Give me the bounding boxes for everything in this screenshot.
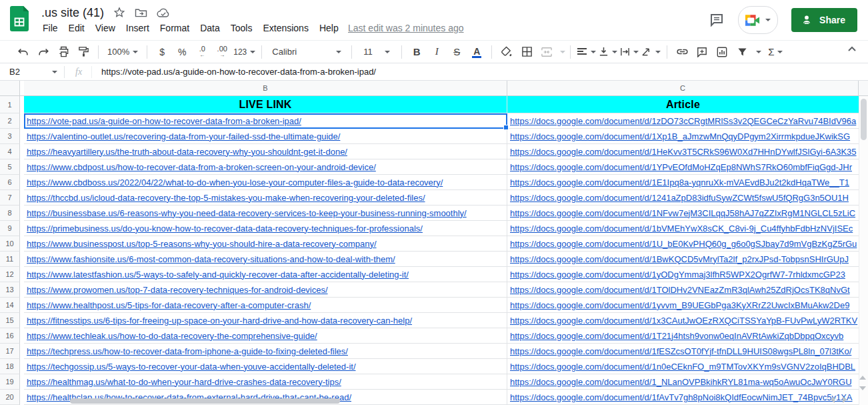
cell-B11[interactable]: https://www.fashionsite.us/6-most-common… [24,252,507,267]
cell-B10[interactable]: https://www.businesspost.us/top-5-reason… [24,236,507,252]
article-url[interactable]: https://docs.google.com/document/d/1n0eC… [510,362,855,372]
live-link-url[interactable]: https://fitnesstips.us/6-tips-for-freein… [27,316,412,326]
header-cell-live-link[interactable]: LIVE LINK [24,96,507,113]
menu-edit[interactable]: Edit [63,21,90,35]
row-header-17[interactable]: 17 [0,344,20,359]
row-header-3[interactable]: 3 [0,129,20,144]
google-sheets-logo[interactable] [10,6,29,31]
format-percent-button[interactable]: % [173,43,191,61]
article-url[interactable]: https://docs.google.com/document/d/1x3CA… [510,316,857,326]
undo-button[interactable] [15,43,32,61]
menu-format[interactable]: Format [155,21,195,35]
live-link-url[interactable]: https://www.techleak.us/how-to-do-data-r… [27,331,317,341]
cell-B15[interactable]: https://fitnesstips.us/6-tips-for-freein… [24,313,507,328]
decrease-decimal-button[interactable]: .0← [193,43,211,61]
text-wrap-button[interactable] [620,43,639,61]
live-link-url[interactable]: https://thccbd.us/icloud-data-recovery-t… [27,193,425,203]
live-link-url[interactable]: https://www.fashionsite.us/6-most-common… [27,254,395,264]
article-url[interactable]: https://docs.google.com/document/d/1yvvm… [510,300,849,310]
article-url[interactable]: https://docs.google.com/document/d/1bVME… [510,224,853,234]
cell-B17[interactable]: https://techpress.us/how-to-recover-data… [24,344,507,359]
cell-C14[interactable]: https://docs.google.com/document/d/1yvvm… [507,298,859,313]
live-link-url[interactable]: https://www.cbdpost.us/how-to-recover-da… [27,162,376,172]
article-url[interactable]: https://docs.google.com/document/d/1T21j… [510,331,843,341]
italic-button[interactable]: I [428,43,445,61]
bold-button[interactable]: B [408,43,425,61]
live-link-url[interactable]: https://healthmag.us/what-to-do-when-you… [27,377,341,387]
horizontal-scrollbar-thumb[interactable] [70,398,340,404]
row-header-10[interactable]: 10 [0,236,20,252]
live-link-url[interactable]: https://vote-pad.us/a-guide-on-how-to-re… [27,116,301,126]
horizontal-align-button[interactable] [577,43,596,61]
article-url[interactable]: https://docs.google.com/document/d/1241a… [510,193,849,203]
row-header-19[interactable]: 19 [0,374,20,390]
article-url[interactable]: https://docs.google.com/document/d/1zDO7… [510,116,856,126]
cell-B9[interactable]: https://primebusiness.us/do-you-know-how… [24,221,507,236]
live-link-url[interactable]: https://www.prowomen.us/top-7-data-recov… [27,285,328,295]
more-formats-button[interactable]: 123 [233,43,255,61]
article-url[interactable]: https://docs.google.com/document/d/1fAvT… [510,392,853,402]
live-link-url[interactable]: https://www.latestfashion.us/5-ways-to-s… [27,270,409,280]
row-header-12[interactable]: 12 [0,267,20,282]
cell-C7[interactable]: https://docs.google.com/document/d/1241a… [507,190,859,206]
live-link-url[interactable]: https://www.cbdboss.us/2022/04/22/what-t… [27,177,443,187]
menu-extensions[interactable]: Extensions [257,21,313,35]
cell-C2[interactable]: https://docs.google.com/document/d/1zDO7… [507,113,859,129]
text-rotation-button[interactable] [641,43,661,61]
cell-C4[interactable]: https://docs.google.com/document/d/1HeKv… [507,144,859,159]
row-header-5[interactable]: 5 [0,159,20,175]
live-link-url[interactable]: https://valentino-outlet.us/recovering-d… [27,131,340,141]
row-header-4[interactable]: 4 [0,144,20,159]
row-header-6[interactable]: 6 [0,175,20,190]
cloud-status-icon[interactable] [157,8,170,18]
cell-B16[interactable]: https://www.techleak.us/how-to-do-data-r… [24,328,507,344]
cell-C9[interactable]: https://docs.google.com/document/d/1bVME… [507,221,859,236]
cell-C20[interactable]: https://docs.google.com/document/d/1fAvT… [507,390,859,405]
name-box[interactable]: B2 [0,67,57,77]
menu-help[interactable]: Help [314,21,344,35]
article-url[interactable]: https://docs.google.com/document/d/1fESZ… [510,346,851,356]
live-link-url[interactable]: https://www.businesspost.us/top-5-reason… [27,239,377,249]
cell-C13[interactable]: https://docs.google.com/document/d/1TOlD… [507,282,859,298]
cell-B4[interactable]: https://heavyartillery.us/the-truth-abou… [24,144,507,159]
print-button[interactable] [55,43,72,61]
insert-chart-button[interactable] [713,43,731,61]
article-url[interactable]: https://docs.google.com/document/d/1_NLa… [510,377,852,387]
functions-button[interactable]: Σ [767,43,784,61]
increase-decimal-button[interactable]: .00→ [213,43,231,61]
live-link-url[interactable]: https://primebusiness.us/do-you-know-how… [27,224,423,234]
document-title[interactable]: .us site (41) [41,6,104,20]
borders-button[interactable] [518,43,535,61]
vertical-scrollbar[interactable] [859,96,868,405]
article-url[interactable]: https://docs.google.com/document/d/1yODg… [510,270,845,280]
cell-C16[interactable]: https://docs.google.com/document/d/1T21j… [507,328,859,344]
scroll-up-arrow-icon[interactable] [859,376,866,380]
live-link-url[interactable]: https://techpress.us/how-to-recover-data… [27,346,348,356]
article-url[interactable]: https://docs.google.com/document/d/1U_bE… [510,239,857,249]
menu-insert[interactable]: Insert [121,21,155,35]
cell-B14[interactable]: https://www.healthpost.us/5-tips-for-dat… [24,298,507,313]
cell-C18[interactable]: https://docs.google.com/document/d/1n0eC… [507,359,859,374]
cell-C11[interactable]: https://docs.google.com/document/d/1BwKQ… [507,252,859,267]
cell-C10[interactable]: https://docs.google.com/document/d/1U_bE… [507,236,859,252]
article-url[interactable]: https://docs.google.com/document/d/1YPvE… [510,162,852,172]
last-edit-status[interactable]: Last edit was 2 minutes ago [348,23,464,33]
article-url[interactable]: https://docs.google.com/document/d/1NFvw… [510,208,855,218]
collapse-toolbar-button[interactable] [847,44,857,57]
share-button[interactable]: Share [791,8,857,32]
star-icon[interactable] [113,7,125,19]
cell-B19[interactable]: https://healthmag.us/what-to-do-when-you… [24,374,507,390]
article-url[interactable]: https://docs.google.com/document/d/1HeKv… [510,147,857,157]
row-header-11[interactable]: 11 [0,252,20,267]
insert-link-button[interactable] [673,43,691,61]
cell-C5[interactable]: https://docs.google.com/document/d/1YPvE… [507,159,859,175]
menu-tools[interactable]: Tools [225,21,258,35]
live-link-url[interactable]: https://techgossip.us/5-ways-to-recover-… [27,362,356,372]
filter-views-caret-icon[interactable] [756,51,761,53]
live-link-url[interactable]: https://www.healthpost.us/5-tips-for-dat… [27,300,311,310]
article-url[interactable]: https://docs.google.com/document/d/1BwKQ… [510,254,849,264]
cell-C15[interactable]: https://docs.google.com/document/d/1x3CA… [507,313,859,328]
cell-B7[interactable]: https://thccbd.us/icloud-data-recovery-t… [24,190,507,206]
select-all-corner[interactable] [0,81,20,96]
cell-B3[interactable]: https://valentino-outlet.us/recovering-d… [24,129,507,144]
